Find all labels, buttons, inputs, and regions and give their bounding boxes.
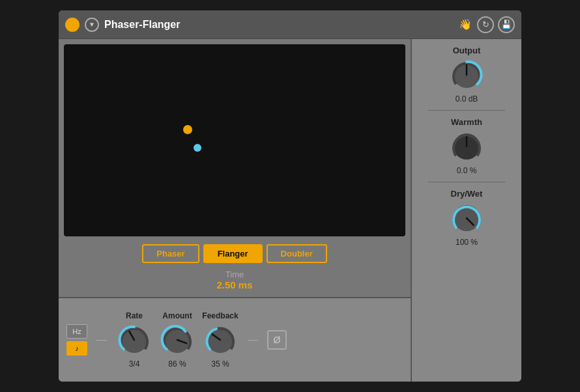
drywet-knob-group: Dry/Wet 100 % <box>448 189 485 247</box>
drywet-label: Dry/Wet <box>451 189 483 199</box>
feedback-knob[interactable] <box>202 322 239 358</box>
output-value: 0.0 dB <box>456 94 478 104</box>
amount-knob[interactable] <box>159 322 196 358</box>
divider-2 <box>428 182 505 182</box>
warmth-value: 0.0 % <box>457 166 477 175</box>
blue-dot <box>194 144 201 152</box>
phase-button[interactable]: Ø <box>267 330 287 350</box>
hand-icon: 👋 <box>459 18 472 31</box>
time-display: Time 2.50 ms <box>59 266 411 297</box>
rate-dash: — <box>96 334 107 346</box>
amount-label: Amount <box>162 311 192 320</box>
hz-note-group: Hz ♪ <box>66 324 87 356</box>
rate-value: 3/4 <box>129 359 140 369</box>
title-bar: ▼ Phaser-Flanger 👋 ↻ 💾 <box>59 10 521 39</box>
save-icon[interactable]: 💾 <box>498 16 515 33</box>
feedback-dash: — <box>248 334 258 346</box>
output-knob-group: Output 0.0 dB <box>448 46 485 104</box>
mode-flanger[interactable]: Flanger <box>203 244 263 263</box>
feedback-value: 35 % <box>211 359 229 369</box>
power-button[interactable] <box>65 18 80 32</box>
mode-doubler[interactable]: Doubler <box>267 244 327 263</box>
divider-1 <box>428 110 505 111</box>
mode-buttons: Phaser Flanger Doubler <box>59 239 411 266</box>
rate-knob-group: Rate 3/4 <box>116 311 152 369</box>
drywet-value: 100 % <box>456 238 478 247</box>
visualizer[interactable] <box>64 44 405 236</box>
mode-phaser[interactable]: Phaser <box>142 244 199 263</box>
amount-value: 86 % <box>168 359 186 369</box>
note-button[interactable]: ♪ <box>66 341 87 356</box>
time-label: Time <box>64 270 405 279</box>
hz-button[interactable]: Hz <box>66 324 87 339</box>
output-label: Output <box>453 46 481 55</box>
orange-dot <box>183 125 192 134</box>
warmth-knob-group: Warmth 0.0 % <box>448 117 485 175</box>
rate-label: Rate <box>126 311 143 320</box>
title-icons: ↻ 💾 <box>477 16 515 33</box>
plugin-title: Phaser-Flanger <box>104 19 454 31</box>
rate-knob[interactable] <box>116 322 152 358</box>
amount-knob-group: Amount 86 % <box>159 311 196 369</box>
main-area: Phaser Flanger Doubler Time 2.50 ms Hz ♪… <box>59 39 521 382</box>
time-value: 2.50 ms <box>64 279 405 290</box>
dropdown-button[interactable]: ▼ <box>85 18 99 32</box>
drywet-knob[interactable] <box>448 200 485 236</box>
output-knob[interactable] <box>448 57 485 93</box>
feedback-knob-group: Feedback 35 % <box>202 311 239 369</box>
right-panel: Output 0.0 dB Warmth 0.0 % <box>412 39 521 382</box>
warmth-knob[interactable] <box>448 128 485 165</box>
refresh-icon[interactable]: ↻ <box>477 16 494 33</box>
bottom-controls: Hz ♪ — Rate 3/4 <box>59 297 411 382</box>
left-panel: Phaser Flanger Doubler Time 2.50 ms Hz ♪… <box>59 39 412 382</box>
plugin-container: ▼ Phaser-Flanger 👋 ↻ 💾 Phaser Flanger Do… <box>59 10 521 382</box>
feedback-label: Feedback <box>202 311 238 320</box>
warmth-label: Warmth <box>451 117 482 127</box>
